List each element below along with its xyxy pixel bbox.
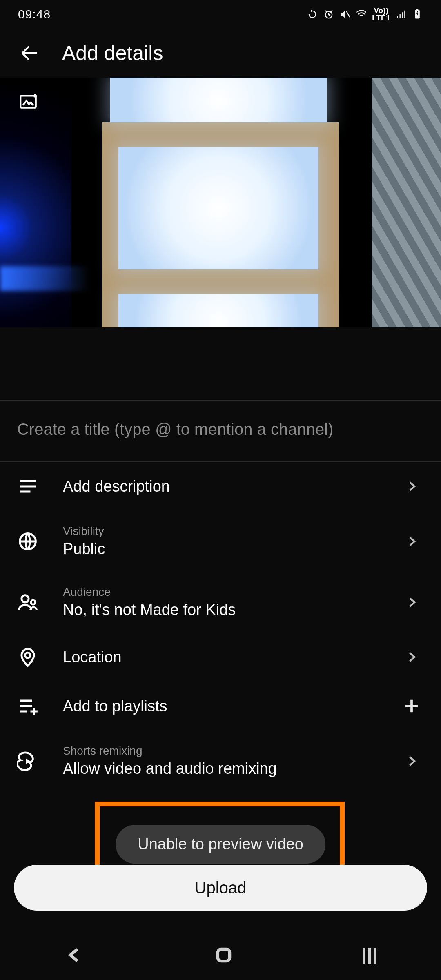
svg-point-8 — [25, 653, 31, 658]
svg-rect-9 — [218, 949, 229, 961]
globe-icon — [17, 531, 38, 552]
title-field-container[interactable] — [0, 400, 441, 462]
svg-point-7 — [31, 600, 35, 604]
row-location-label: Location — [63, 648, 383, 666]
upload-bar: Upload — [14, 865, 427, 911]
volte-indicator: Vo)) LTE1 — [372, 7, 390, 22]
nav-recents-button[interactable] — [363, 948, 376, 964]
wifi-icon — [356, 9, 367, 20]
sync-icon — [307, 9, 318, 20]
row-remix[interactable]: Shorts remixing Allow video and audio re… — [0, 731, 441, 791]
toast-message: Unable to preview video — [138, 835, 303, 853]
details-list: Add description Visibility Public Audien… — [0, 462, 441, 791]
chevron-right-icon — [405, 479, 419, 493]
add-thumbnail-button[interactable] — [17, 91, 39, 113]
svg-point-6 — [22, 595, 29, 602]
system-nav-bar — [0, 932, 441, 980]
playlist-add-icon — [17, 695, 38, 717]
row-description[interactable]: Add description — [0, 462, 441, 511]
row-remix-value: Allow video and audio remixing — [63, 760, 383, 777]
row-audience[interactable]: Audience No, it's not Made for Kids — [0, 572, 441, 633]
page-title: Add details — [62, 41, 163, 65]
row-visibility-label: Visibility — [63, 525, 383, 538]
description-icon — [17, 476, 38, 497]
chevron-left-icon — [65, 945, 85, 965]
audience-icon — [17, 592, 38, 613]
toast: Unable to preview video — [116, 825, 325, 864]
nav-home-button[interactable] — [214, 945, 234, 967]
row-visibility-value: Public — [63, 540, 383, 558]
alarm-icon — [323, 9, 334, 20]
row-visibility[interactable]: Visibility Public — [0, 511, 441, 572]
home-square-icon — [214, 945, 234, 965]
preview-gap — [0, 327, 441, 400]
status-bar: 09:48 Vo)) LTE1 — [0, 0, 441, 29]
signal-icon — [395, 9, 407, 20]
nav-back-button[interactable] — [65, 945, 85, 967]
row-description-label: Add description — [63, 478, 383, 495]
status-icons: Vo)) LTE1 — [307, 7, 423, 22]
chevron-right-icon — [405, 535, 419, 548]
svg-rect-3 — [416, 9, 419, 10]
row-audience-label: Audience — [63, 586, 383, 599]
plus-icon — [402, 697, 421, 715]
location-pin-icon — [17, 646, 38, 668]
add-image-icon — [18, 91, 38, 112]
upload-button[interactable]: Upload — [14, 865, 427, 911]
row-audience-value: No, it's not Made for Kids — [63, 601, 383, 619]
video-thumbnail[interactable] — [0, 78, 441, 327]
row-location[interactable]: Location — [0, 633, 441, 682]
back-button[interactable] — [17, 41, 42, 65]
row-remix-label: Shorts remixing — [63, 744, 383, 757]
chevron-right-icon — [405, 595, 419, 609]
recents-icon — [363, 948, 376, 964]
chevron-right-icon — [405, 650, 419, 664]
app-header: Add details — [0, 29, 441, 78]
clock: 09:48 — [18, 7, 51, 21]
title-input[interactable] — [17, 420, 424, 439]
svg-line-1 — [347, 11, 350, 17]
row-playlists-label: Add to playlists — [63, 697, 383, 715]
chevron-right-icon — [405, 754, 419, 768]
shorts-icon — [17, 751, 38, 772]
row-playlists[interactable]: Add to playlists — [0, 682, 441, 731]
arrow-left-icon — [19, 42, 40, 64]
mute-icon — [339, 9, 351, 20]
battery-charging-icon — [412, 9, 423, 20]
